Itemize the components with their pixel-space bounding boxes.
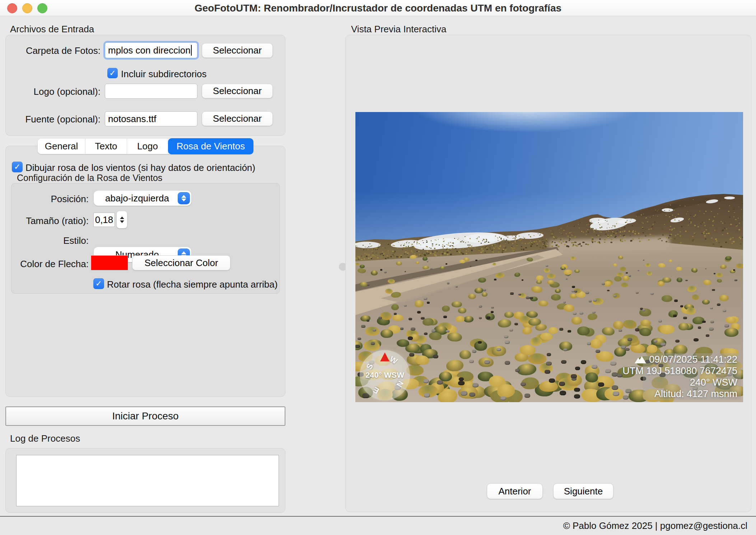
mountain-icon: [634, 356, 647, 363]
compass-heading: 240° WSW: [365, 371, 404, 380]
size-input[interactable]: 0,18: [93, 213, 115, 227]
tab-strip: General Texto Logo Rosa de Vientos: [38, 139, 253, 154]
next-photo-button[interactable]: Siguiente: [553, 483, 613, 499]
photos-folder-value: mplos con direccion: [108, 45, 191, 56]
select-color-button[interactable]: Seleccionar Color: [132, 255, 230, 270]
position-value: abajo-izquierda: [105, 193, 169, 204]
font-input[interactable]: notosans.ttf: [105, 111, 197, 126]
overlay-datetime: 09/07/2025 11:41:22: [649, 354, 737, 365]
position-dropdown[interactable]: abajo-izquierda: [94, 191, 191, 206]
photos-folder-label: Carpeta de Fotos:: [14, 45, 101, 56]
size-stepper[interactable]: [117, 211, 127, 228]
geo-info-overlay: 09/07/2025 11:41:22 UTM 19J 518080 76724…: [643, 353, 741, 400]
log-section-label: Log de Procesos: [10, 433, 80, 444]
logo-input[interactable]: [105, 84, 197, 99]
input-section-label: Archivos de Entrada: [10, 24, 94, 35]
text-caret: [191, 45, 192, 56]
window-title: GeoFotoUTM: Renombrador/Incrustador de c…: [0, 3, 756, 14]
rotate-rose-checkbox[interactable]: [93, 278, 104, 289]
log-section-box: [5, 448, 285, 513]
logo-select-button[interactable]: Seleccionar: [202, 84, 273, 98]
title-bar: GeoFotoUTM: Renombrador/Incrustador de c…: [0, 0, 756, 16]
tab-rosa-de-vientos[interactable]: Rosa de Vientos: [168, 138, 253, 154]
include-subdirs-label: Incluir subdirectorios: [121, 69, 206, 80]
overlay-utm: UTM 19J 518080 7672475: [643, 365, 737, 377]
previous-photo-button[interactable]: Anterior: [487, 483, 543, 499]
arrow-color-swatch[interactable]: [91, 255, 128, 270]
photos-folder-select-button[interactable]: Seleccionar: [202, 43, 273, 58]
logo-label: Logo (opcional):: [14, 86, 101, 97]
rose-config-box: Posición: abajo-izquierda Tamaño (ratio)…: [11, 183, 280, 294]
compass-rose-overlay: 240° WSW NESW: [360, 350, 410, 400]
preview-section-label: Vista Previa Interactiva: [351, 24, 446, 35]
font-value: notosans.ttf: [108, 113, 156, 125]
overlay-heading: 240° WSW: [643, 377, 737, 388]
log-textarea[interactable]: [16, 455, 279, 506]
footer-credit: © Pablo Gómez 2025 | pgomez@gestiona.cl: [0, 517, 756, 535]
overlay-altitude: Altitud: 4127 msnm: [643, 388, 737, 400]
start-process-button[interactable]: Iniciar Proceso: [5, 406, 285, 426]
dropdown-stepper-icon: [178, 192, 190, 204]
preview-photo[interactable]: 240° WSW NESW 09/07/2025 11:41:22 UTM 19…: [355, 112, 743, 402]
tab-texto[interactable]: Texto: [85, 139, 127, 154]
font-label: Fuente (opcional):: [14, 114, 101, 125]
rotate-rose-label: Rotar rosa (flecha siempre apunta arriba…: [107, 279, 277, 290]
include-subdirs-checkbox[interactable]: [107, 68, 118, 78]
rose-config-label: Configuración de la Rosa de Vientos: [17, 173, 162, 183]
photos-folder-input[interactable]: mplos con direccion: [105, 42, 197, 58]
font-select-button[interactable]: Seleccionar: [202, 111, 273, 126]
draw-rose-label: Dibujar rosa de los vientos (si hay dato…: [25, 162, 255, 173]
style-label: Estilo:: [15, 235, 89, 246]
tab-general[interactable]: General: [38, 139, 85, 154]
size-label: Tamaño (ratio):: [15, 215, 89, 227]
tab-logo[interactable]: Logo: [127, 139, 168, 154]
draw-rose-checkbox[interactable]: [12, 162, 23, 172]
position-label: Posición:: [15, 194, 89, 205]
arrow-color-label: Color de Flecha:: [15, 259, 89, 270]
